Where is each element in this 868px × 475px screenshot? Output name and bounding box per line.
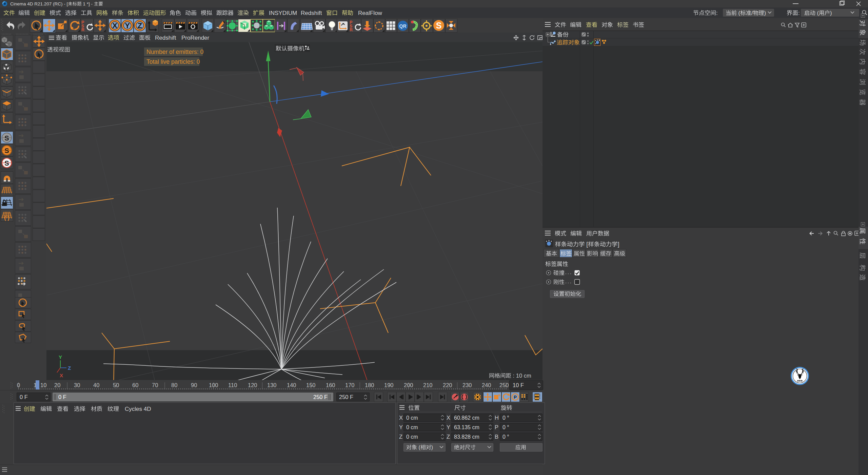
svg-text:P: P	[495, 424, 498, 430]
svg-text:P: P	[514, 395, 517, 400]
svg-text:220: 220	[443, 382, 452, 388]
svg-text:110: 110	[228, 382, 237, 388]
svg-text:50: 50	[113, 382, 119, 388]
svg-text:0: 0	[17, 382, 20, 388]
svg-text:150: 150	[306, 382, 316, 388]
svg-text:0 cm: 0 cm	[406, 415, 418, 421]
svg-text:X: X	[399, 415, 403, 421]
svg-text:: 10 cm: : 10 cm	[511, 373, 531, 379]
svg-text:Y: Y	[59, 354, 62, 360]
svg-text:Total live particles: 0: Total live particles: 0	[146, 58, 200, 65]
svg-text:83.828 cm: 83.828 cm	[454, 434, 479, 440]
svg-text:210: 210	[423, 382, 433, 388]
svg-text:Z: Z	[68, 365, 71, 371]
svg-text:20: 20	[54, 382, 60, 388]
svg-text:0 °: 0 °	[502, 415, 509, 421]
svg-text:10: 10	[40, 382, 46, 388]
svg-text:30: 30	[74, 382, 80, 388]
svg-text:]: ]	[618, 241, 619, 248]
svg-text:0 F: 0 F	[58, 394, 66, 400]
svg-text:10 F: 10 F	[513, 382, 524, 388]
svg-text:230: 230	[462, 382, 472, 388]
svg-text:200: 200	[404, 382, 413, 388]
svg-text:160: 160	[326, 382, 335, 388]
svg-text:180: 180	[365, 382, 374, 388]
svg-text:Number of emitters: 0: Number of emitters: 0	[146, 49, 204, 55]
svg-text:Y: Y	[399, 424, 403, 430]
svg-text:[: [	[585, 241, 588, 248]
svg-text:0 cm: 0 cm	[406, 424, 418, 430]
svg-text:Y: Y	[447, 424, 450, 430]
svg-text:140: 140	[287, 382, 296, 388]
svg-text:Cycles 4D: Cycles 4D	[125, 406, 151, 412]
svg-text:130: 130	[267, 382, 277, 388]
svg-text:190: 190	[384, 382, 394, 388]
svg-text:60.862 cm: 60.862 cm	[454, 415, 479, 421]
svg-text:80: 80	[171, 382, 177, 388]
svg-text:Z: Z	[447, 434, 450, 440]
svg-text:120: 120	[248, 382, 257, 388]
svg-text:0 °: 0 °	[502, 434, 509, 440]
svg-text:250 F: 250 F	[313, 394, 328, 400]
svg-text:250 F: 250 F	[339, 394, 353, 400]
svg-text:Z: Z	[399, 434, 402, 440]
svg-text:0 cm: 0 cm	[406, 434, 418, 440]
svg-text:0 °: 0 °	[502, 424, 509, 430]
svg-text:40: 40	[93, 382, 99, 388]
svg-text:0 F: 0 F	[20, 394, 28, 400]
svg-text:X: X	[60, 373, 63, 378]
svg-text:B: B	[495, 434, 498, 440]
svg-text:240: 240	[482, 382, 491, 388]
svg-text:70: 70	[152, 382, 158, 388]
svg-text:): )	[431, 444, 433, 450]
svg-text:(: (	[417, 444, 420, 450]
svg-text:X: X	[447, 415, 450, 421]
svg-text:60: 60	[132, 382, 138, 388]
svg-text:90: 90	[191, 382, 197, 388]
svg-text:H: H	[495, 415, 499, 421]
svg-text:170: 170	[345, 382, 355, 388]
svg-text:63.135 cm: 63.135 cm	[454, 424, 479, 430]
svg-text:100: 100	[209, 382, 218, 388]
svg-text:250: 250	[499, 382, 509, 388]
